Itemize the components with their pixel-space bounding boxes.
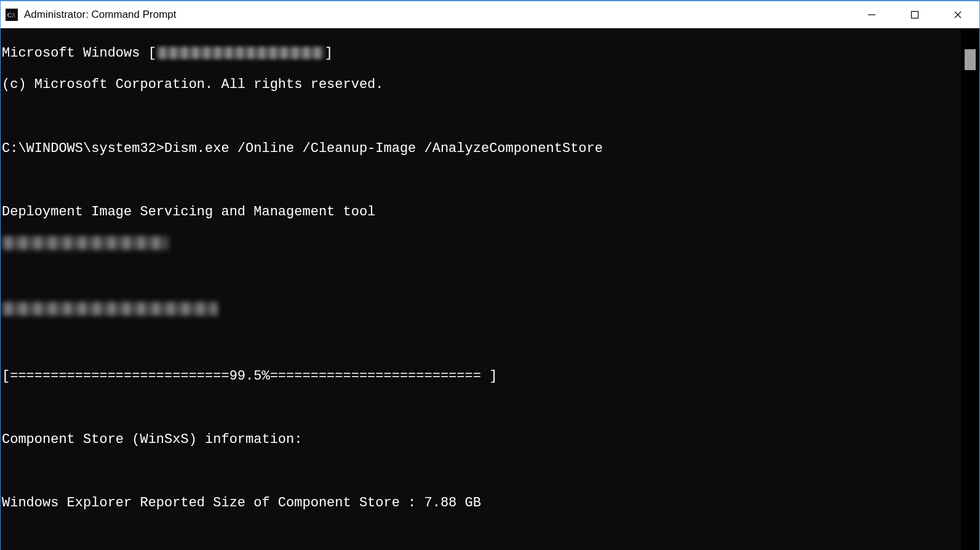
svg-text:C:\: C:\	[7, 12, 15, 18]
command-text: Dism.exe /Online /Cleanup-Image /Analyze…	[164, 141, 603, 156]
progress-bar: [===========================99.5%=======…	[2, 369, 960, 385]
terminal-container: Microsoft Windows [] (c) Microsoft Corpo…	[1, 28, 979, 550]
redacted-version	[157, 47, 324, 59]
window-controls	[850, 1, 979, 28]
prompt-1: C:\WINDOWS\system32>	[2, 141, 164, 156]
redacted-line-2	[2, 302, 217, 316]
scrollbar[interactable]	[961, 28, 979, 550]
copyright-line: (c) Microsoft Corporation. All rights re…	[2, 77, 960, 93]
cmd-icon: C:\	[6, 9, 18, 21]
terminal-output[interactable]: Microsoft Windows [] (c) Microsoft Corpo…	[1, 28, 961, 550]
banner-prefix: Microsoft Windows [	[2, 46, 156, 61]
window: C:\ Administrator: Command Prompt Micros…	[0, 0, 980, 550]
banner-suffix: ]	[325, 46, 333, 61]
close-button[interactable]	[936, 1, 979, 28]
section-header: Component Store (WinSxS) information:	[2, 432, 960, 448]
maximize-button[interactable]	[893, 1, 936, 28]
minimize-button[interactable]	[850, 1, 893, 28]
tool-header: Deployment Image Servicing and Managemen…	[2, 204, 960, 220]
scrollbar-thumb[interactable]	[965, 49, 976, 70]
reported-size: Windows Explorer Reported Size of Compon…	[2, 495, 960, 511]
titlebar[interactable]: C:\ Administrator: Command Prompt	[1, 1, 979, 28]
window-title: Administrator: Command Prompt	[24, 9, 177, 21]
svg-rect-3	[912, 11, 918, 18]
redacted-line-1	[2, 236, 168, 250]
